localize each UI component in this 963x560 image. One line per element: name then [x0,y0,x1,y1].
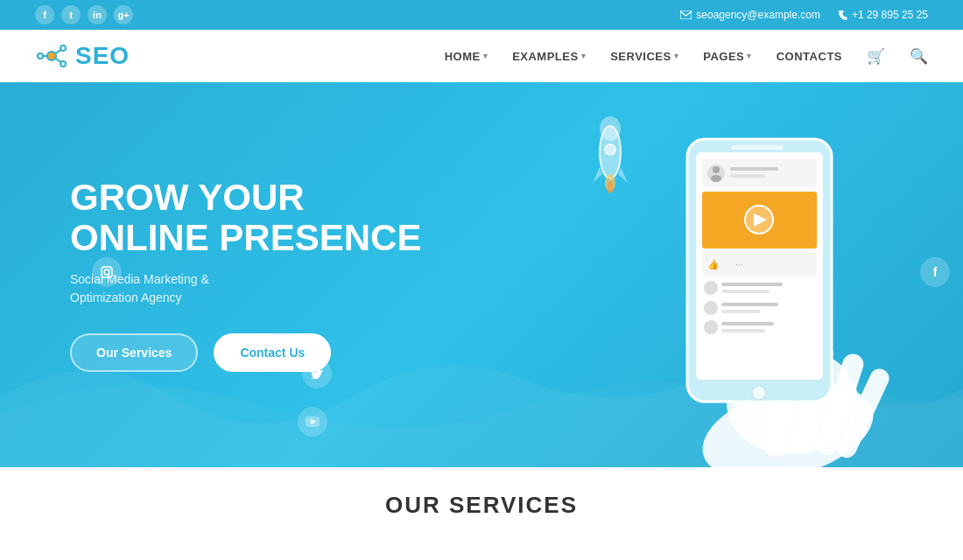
svg-rect-29 [731,145,784,150]
email-text: seoagency@example.com [696,9,820,21]
svg-point-30 [752,386,766,400]
home-dropdown-arrow: ▾ [483,52,489,60]
svg-point-43 [704,281,718,295]
hero-content: GROW YOUR ONLINE PRESENCE Social Media M… [0,178,491,372]
phone-illustration: 👍 ❤ ··· [543,91,910,467]
hero-subtitle: Social Media Marketing &Optimization Age… [70,270,421,307]
hero-title: GROW YOUR ONLINE PRESENCE [70,178,421,258]
contact-info: seoagency@example.com +1 29 895 25 25 [680,9,928,21]
svg-point-46 [704,301,718,315]
services-dropdown-arrow: ▾ [674,52,679,60]
svg-text:👍: 👍 [707,258,720,270]
logo-icon [35,39,68,73]
examples-dropdown-arrow: ▾ [581,52,587,60]
social-icons: f t in g+ [35,5,133,24]
logo-text: SEO [75,42,130,70]
svg-point-33 [713,166,720,173]
svg-rect-44 [721,283,783,286]
svg-point-4 [60,61,66,66]
svg-line-6 [56,50,60,53]
phone-svg: 👍 ❤ ··· [560,91,893,467]
svg-rect-51 [721,329,765,332]
svg-point-2 [38,53,43,59]
contact-us-button[interactable]: Contact Us [214,333,331,372]
nav-services[interactable]: SERVICES ▾ [610,50,678,63]
pages-dropdown-arrow: ▾ [747,52,752,60]
svg-rect-50 [721,322,774,326]
navbar: SEO HOME ▾ EXAMPLES ▾ SERVICES ▾ PAGES ▾… [0,30,963,82]
search-icon[interactable]: 🔍 [910,47,928,66]
phone-info: +1 29 895 25 25 [838,9,928,21]
nav-examples[interactable]: EXAMPLES ▾ [512,50,586,63]
svg-point-49 [704,320,718,334]
twitter-icon[interactable]: t [61,5,81,24]
svg-rect-35 [730,167,778,171]
nav-home[interactable]: HOME ▾ [445,50,489,63]
facebook-icon[interactable]: f [35,5,54,24]
floating-facebook-right-icon: f [920,257,950,287]
svg-rect-47 [721,303,778,306]
linkedin-icon[interactable]: in [88,5,107,24]
svg-point-34 [711,175,721,182]
nav-pages[interactable]: PAGES ▾ [703,50,752,63]
floating-youtube-icon [298,407,327,437]
top-bar: f t in g+ seoagency@example.com +1 29 89… [0,0,963,30]
svg-line-7 [56,59,60,62]
googleplus-icon[interactable]: g+ [114,5,133,24]
logo[interactable]: SEO [35,39,130,73]
hero-buttons: Our Services Contact Us [70,333,421,372]
nav-contacts[interactable]: CONTACTS [777,50,842,63]
our-services-button[interactable]: Our Services [70,333,198,372]
svg-point-1 [47,52,56,60]
nav-links: HOME ▾ EXAMPLES ▾ SERVICES ▾ PAGES ▾ CON… [445,47,928,66]
hero-section: f GROW YOUR ONLINE PRESENCE Social Media… [0,82,963,467]
svg-rect-45 [721,290,770,293]
email-info: seoagency@example.com [680,9,820,21]
services-title: OUR SERVICES [35,492,928,519]
svg-text:···: ··· [735,259,743,270]
svg-rect-36 [730,174,765,178]
services-section: OUR SERVICES [0,467,963,536]
cart-icon[interactable]: 🛒 [867,47,885,66]
svg-rect-48 [721,310,761,313]
phone-text: +1 29 895 25 25 [852,9,928,21]
svg-point-3 [60,46,66,51]
svg-rect-0 [680,10,692,19]
